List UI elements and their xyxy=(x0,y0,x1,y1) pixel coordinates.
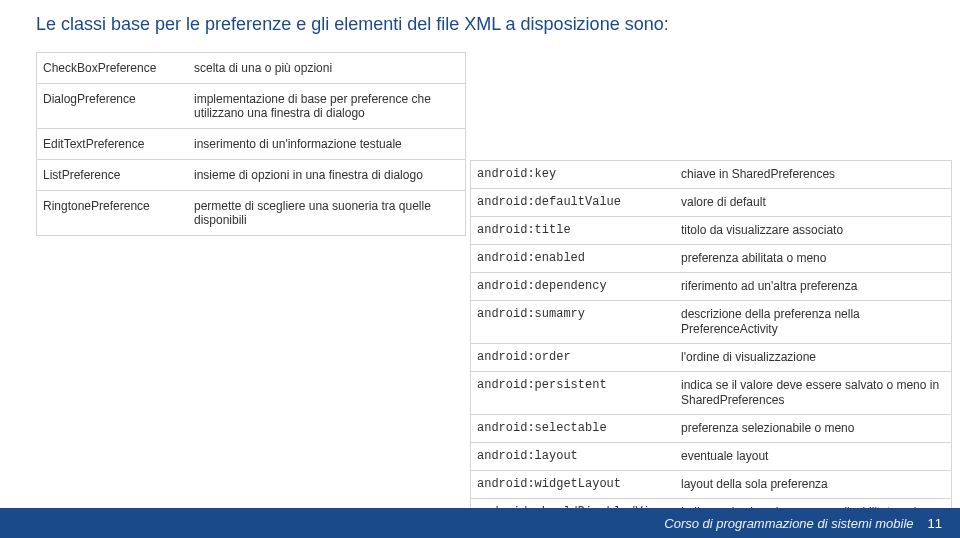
attr-name: android:widgetLayout xyxy=(471,471,679,498)
class-name: EditTextPreference xyxy=(37,129,192,159)
table-row: android:defaultValue valore di default xyxy=(471,189,951,217)
class-name: ListPreference xyxy=(37,160,192,190)
table-row: EditTextPreference inserimento di un'inf… xyxy=(37,129,465,160)
table-row: android:dependency riferimento ad un'alt… xyxy=(471,273,951,301)
attr-desc: l'ordine di visualizzazione xyxy=(679,344,951,371)
xml-attributes-table: android:key chiave in SharedPreferences … xyxy=(470,160,952,538)
attr-name: android:key xyxy=(471,161,679,188)
table-row: ListPreference insieme di opzioni in una… xyxy=(37,160,465,191)
preference-classes-table: CheckBoxPreference scelta di una o più o… xyxy=(36,52,466,236)
attr-name: android:order xyxy=(471,344,679,371)
attr-desc: layout della sola preferenza xyxy=(679,471,951,498)
table-row: android:layout eventuale layout xyxy=(471,443,951,471)
attr-name: android:selectable xyxy=(471,415,679,442)
class-name: CheckBoxPreference xyxy=(37,53,192,83)
class-name: DialogPreference xyxy=(37,84,192,128)
class-desc: insieme di opzioni in una finestra di di… xyxy=(192,160,465,190)
attr-name: android:persistent xyxy=(471,372,679,414)
attr-name: android:layout xyxy=(471,443,679,470)
table-row: android:title titolo da visualizzare ass… xyxy=(471,217,951,245)
table-row: DialogPreference implementazione di base… xyxy=(37,84,465,129)
attr-name: android:enabled xyxy=(471,245,679,272)
table-row: RingtonePreference permette di scegliere… xyxy=(37,191,465,235)
class-desc: implementazione di base per preference c… xyxy=(192,84,465,128)
table-row: android:persistent indica se il valore d… xyxy=(471,372,951,415)
table-row: android:selectable preferenza selezionab… xyxy=(471,415,951,443)
table-row: android:enabled preferenza abilitata o m… xyxy=(471,245,951,273)
table-row: android:widgetLayout layout della sola p… xyxy=(471,471,951,499)
attr-desc: preferenza abilitata o meno xyxy=(679,245,951,272)
class-desc: inserimento di un'informazione testuale xyxy=(192,129,465,159)
class-desc: permette di scegliere una suoneria tra q… xyxy=(192,191,465,235)
class-name: RingtonePreference xyxy=(37,191,192,235)
course-name: Corso di programmazione di sistemi mobil… xyxy=(664,516,913,531)
footer-bar: Corso di programmazione di sistemi mobil… xyxy=(0,508,960,538)
class-desc: scelta di una o più opzioni xyxy=(192,53,465,83)
attr-desc: eventuale layout xyxy=(679,443,951,470)
attr-desc: chiave in SharedPreferences xyxy=(679,161,951,188)
table-row: android:key chiave in SharedPreferences xyxy=(471,161,951,189)
attr-name: android:sumamry xyxy=(471,301,679,343)
attr-name: android:dependency xyxy=(471,273,679,300)
attr-desc: preferenza selezionabile o meno xyxy=(679,415,951,442)
attr-name: android:title xyxy=(471,217,679,244)
attr-desc: indica se il valore deve essere salvato … xyxy=(679,372,951,414)
page-number: 11 xyxy=(928,516,942,531)
attr-desc: titolo da visualizzare associato xyxy=(679,217,951,244)
attr-desc: valore di default xyxy=(679,189,951,216)
table-row: android:order l'ordine di visualizzazion… xyxy=(471,344,951,372)
table-row: CheckBoxPreference scelta di una o più o… xyxy=(37,53,465,84)
slide-title: Le classi base per le preferenze e gli e… xyxy=(36,14,669,35)
table-row: android:sumamry descrizione della prefer… xyxy=(471,301,951,344)
attr-desc: descrizione della preferenza nella Prefe… xyxy=(679,301,951,343)
attr-name: android:defaultValue xyxy=(471,189,679,216)
attr-desc: riferimento ad un'altra preferenza xyxy=(679,273,951,300)
